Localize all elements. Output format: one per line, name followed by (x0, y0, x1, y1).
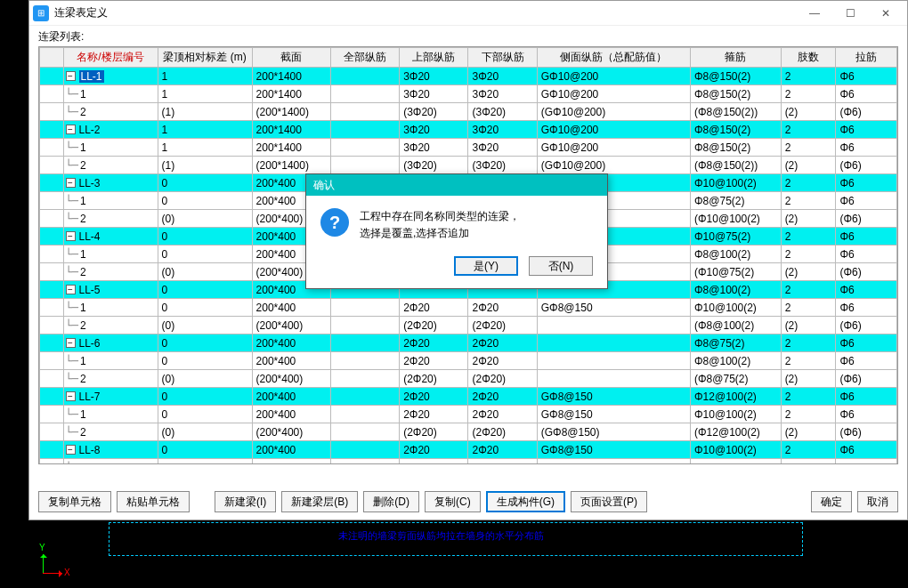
cell[interactable] (330, 441, 399, 459)
cell[interactable]: GΦ8@150 (537, 441, 690, 459)
cell[interactable]: (Φ6) (836, 459, 897, 465)
cell[interactable]: 2Φ20 (400, 299, 468, 317)
child-row[interactable]: └─2(0)(200*400)(2Φ20)(2Φ20)(GΦ8@150)(Φ12… (40, 423, 897, 441)
cell[interactable]: Φ6 (836, 174, 897, 192)
cell[interactable]: 2Φ20 (400, 441, 468, 459)
cell[interactable]: 2 (781, 174, 836, 192)
cell[interactable]: (Φ6) (836, 103, 897, 121)
cell[interactable]: GΦ10@200 (537, 121, 690, 139)
cell[interactable] (330, 388, 399, 406)
cell[interactable]: 2 (781, 228, 836, 246)
cell[interactable]: 2 (781, 139, 836, 157)
cell[interactable]: 3Φ20 (468, 121, 537, 139)
cell[interactable]: 3Φ20 (468, 68, 537, 85)
cell[interactable]: (2Φ20) (400, 317, 468, 334)
child-row[interactable]: └─10200*4002Φ202Φ20GΦ8@150Φ10@100(2)2Φ6 (40, 406, 897, 423)
cell[interactable]: (Φ6) (836, 370, 897, 388)
cell[interactable]: 200*1400 (252, 68, 330, 85)
cell[interactable]: 3Φ20 (400, 139, 468, 157)
cell[interactable]: 3Φ20 (468, 85, 537, 103)
column-header[interactable]: 箍筋 (691, 48, 782, 68)
child-row[interactable]: └─2(1)(200*1400)(3Φ20)(3Φ20)(GΦ10@200)(Φ… (40, 157, 897, 174)
cell[interactable]: (0) (158, 370, 252, 388)
cell[interactable]: 2Φ20 (400, 388, 468, 406)
cell[interactable] (537, 334, 690, 352)
cell[interactable]: (Φ6) (836, 317, 897, 334)
cell[interactable] (330, 406, 399, 423)
cell[interactable]: (2) (781, 157, 836, 174)
cell[interactable]: 0 (158, 388, 252, 406)
cell[interactable]: Φ8@100(2) (691, 459, 782, 465)
cell[interactable]: GΦ8@150 (537, 459, 690, 465)
cell[interactable]: 0 (158, 174, 252, 192)
cell[interactable]: (3Φ20) (400, 157, 468, 174)
child-row[interactable]: └─11200*14003Φ203Φ20GΦ10@200Φ8@150(2)2Φ6 (40, 85, 897, 103)
cell[interactable]: Φ10@100(2) (691, 174, 782, 192)
cell[interactable]: Φ6 (836, 139, 897, 157)
cell[interactable] (330, 317, 399, 334)
maximize-button[interactable]: ☐ (832, 3, 868, 24)
cell[interactable]: 2Φ20 (468, 406, 537, 423)
cell[interactable]: 2Φ20 (468, 441, 537, 459)
cell[interactable]: 2 (781, 406, 836, 423)
new-layer-button[interactable]: 新建梁层(B) (281, 491, 358, 512)
cell[interactable]: 2Φ20 (468, 334, 537, 352)
page-setup-button[interactable]: 页面设置(P) (571, 491, 647, 512)
child-row[interactable]: └─10200*4002Φ202Φ20Φ8@100(2)2Φ6 (40, 352, 897, 370)
cell[interactable] (330, 68, 399, 85)
cell[interactable]: 2 (781, 246, 836, 263)
cell[interactable]: 0 (158, 192, 252, 210)
delete-button[interactable]: 删除(D) (363, 491, 419, 512)
cell[interactable]: Φ6 (836, 388, 897, 406)
cell[interactable]: (2Φ20) (468, 423, 537, 441)
cell[interactable]: Φ10@100(2) (691, 406, 782, 423)
cell[interactable]: (Φ12@100(2) (691, 423, 782, 441)
paste-cell-button[interactable]: 粘贴单元格 (117, 491, 190, 512)
cell[interactable]: Φ8@100(2) (691, 352, 782, 370)
cell[interactable]: 0 (158, 441, 252, 459)
cell[interactable]: 0 (158, 459, 252, 465)
collapse-toggle[interactable]: − (66, 231, 76, 241)
cell[interactable]: (Φ8@75(2) (691, 370, 782, 388)
cell[interactable]: 3Φ20 (400, 121, 468, 139)
ok-button[interactable]: 确定 (811, 491, 852, 512)
column-header[interactable] (40, 48, 64, 68)
cell[interactable]: 200*400 (252, 441, 330, 459)
cell[interactable]: 200*1400 (252, 85, 330, 103)
cell[interactable]: (3Φ20) (468, 157, 537, 174)
cell[interactable]: Φ8@150(2) (691, 68, 782, 85)
cell[interactable]: GΦ10@200 (537, 68, 690, 85)
cell[interactable]: Φ6 (836, 228, 897, 246)
cell[interactable]: (200*400) (252, 317, 330, 334)
cell[interactable]: 0 (158, 406, 252, 423)
cell[interactable]: (Φ8@150(2)) (691, 157, 782, 174)
cell[interactable]: Φ12@100(2) (691, 388, 782, 406)
column-header[interactable]: 梁顶相对标差 (m) (158, 48, 252, 68)
cell[interactable]: Φ6 (836, 352, 897, 370)
cell[interactable] (330, 370, 399, 388)
cell[interactable]: 2 (781, 441, 836, 459)
cell[interactable]: 3Φ20 (400, 85, 468, 103)
cell[interactable]: (200*1400) (252, 157, 330, 174)
cell[interactable]: 3Φ20 (468, 139, 537, 157)
cell[interactable]: Φ6 (836, 441, 897, 459)
cell[interactable]: (2Φ20) (400, 370, 468, 388)
cell[interactable]: (Φ6) (836, 157, 897, 174)
child-row[interactable]: └─10200*4002Φ202Φ20GΦ8@150Φ10@100(2)2Φ6 (40, 299, 897, 317)
generate-button[interactable]: 生成构件(G) (486, 491, 565, 512)
cell[interactable]: 200*400 (252, 352, 330, 370)
cell[interactable]: Φ6 (836, 246, 897, 263)
cell[interactable]: (GΦ10@200) (537, 103, 690, 121)
cell[interactable]: (200*400) (252, 370, 330, 388)
cell[interactable]: 2Φ20 (468, 388, 537, 406)
cell[interactable]: Φ6 (836, 299, 897, 317)
cell[interactable]: 2Φ20 (468, 352, 537, 370)
cell[interactable]: 0 (158, 334, 252, 352)
cell[interactable]: 0 (158, 246, 252, 263)
cell[interactable]: 200*400 (252, 334, 330, 352)
cancel-button[interactable]: 取消 (857, 491, 898, 512)
cell[interactable]: 0 (158, 228, 252, 246)
minimize-button[interactable]: — (797, 3, 832, 24)
cell[interactable]: 200*400 (252, 299, 330, 317)
cell[interactable]: 2 (781, 85, 836, 103)
